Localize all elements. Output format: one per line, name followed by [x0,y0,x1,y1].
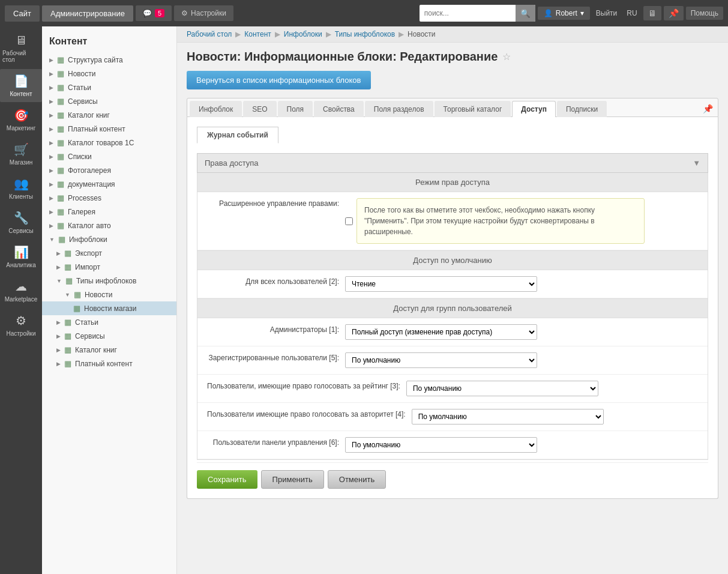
monitor-icon-button[interactable]: 🖥 [643,6,661,20]
arrow-icon: ▶ [56,347,61,353]
nav-item-shop[interactable]: 🛒 Магазин [0,137,42,171]
tab-access[interactable]: Доступ [512,101,556,117]
logout-button[interactable]: Выйти [592,9,621,17]
authority-voters-select[interactable]: По умолчанию Нет доступа Чтение Запись П… [412,409,604,424]
sidebar-item-catalog-books[interactable]: ▶ ▦ Каталог книг [42,108,176,122]
pin-icon[interactable]: 📌 [700,101,715,116]
tab-infoblock[interactable]: Инфоблок [190,101,242,117]
language-selector[interactable]: RU [623,9,640,17]
nav-item-content[interactable]: 📄 Контент [0,69,42,102]
sidebar-item-catalog-1c[interactable]: ▶ ▦ Каталог товаров 1С [42,136,176,150]
registered-users-select[interactable]: По умолчанию Нет доступа Чтение Запись П… [345,352,537,368]
arrow-icon: ▶ [49,57,53,63]
sidebar-item-articles[interactable]: ▶ ▦ Статьи [42,80,176,94]
icon-nav: 🖥 Рабочий стол 📄 Контент 🎯 Маркетинг 🛒 М… [0,26,42,574]
sidebar-label: Статьи [68,83,91,92]
apply-button[interactable]: Применить [261,470,324,489]
nav-item-settings[interactable]: ⚙ Настройки [0,309,42,342]
arrow-icon: ▶ [49,168,53,174]
sidebar-item-photogallery[interactable]: ▶ ▦ Фотогалерея [42,163,176,177]
sep4: ▶ [399,30,404,38]
tab-trade-catalog[interactable]: Торговый каталог [435,101,511,117]
settings-tab[interactable]: ⚙ Настройки [174,5,233,21]
arrow-down-icon: ▼ [56,278,62,284]
sidebar-item-structure[interactable]: ▶ ▦ Структура сайта [42,53,176,67]
doc-icon: ▦ [73,304,80,313]
sidebar-label: Processes [68,194,101,202]
sidebar-item-news[interactable]: ▶ ▦ Новости [42,67,176,80]
back-button[interactable]: Вернуться в список информационных блоков [187,71,371,89]
rating-voters-select[interactable]: По умолчанию Нет доступа Чтение Запись П… [406,381,598,396]
breadcrumb: Рабочий стол ▶ Контент ▶ Инфоблоки ▶ Тип… [177,26,728,43]
content-area: Рабочий стол ▶ Контент ▶ Инфоблоки ▶ Тип… [177,26,728,574]
user-icon: 👤 [544,9,553,17]
panel-users-select[interactable]: По умолчанию Нет доступа Чтение Запись П… [345,437,537,453]
nav-item-marketplace[interactable]: ☁ Marketplace [0,274,42,307]
sidebar-label: Сервисы [68,97,98,106]
nav-item-desktop[interactable]: 🖥 Рабочий стол [0,29,42,68]
authority-voters-row: Пользователи имеющие право голосовать за… [197,403,708,431]
nav-item-marketing[interactable]: 🎯 Маркетинг [0,103,42,136]
cancel-button[interactable]: Отменить [328,470,386,489]
save-button[interactable]: Сохранить [197,470,257,489]
sidebar-item-paid-content[interactable]: ▶ ▦ Платный контент [42,122,176,136]
sidebar-label: Галерея [68,208,95,216]
search-button[interactable]: 🔍 [516,5,535,22]
sidebar-item-docs[interactable]: ▶ ▦ документация [42,177,176,191]
sidebar-item-news-type[interactable]: ▼ ▦ Новости [42,288,176,301]
admin-button[interactable]: Администрирование [42,5,133,22]
sidebar-item-processes[interactable]: ▶ ▦ Processes [42,191,176,205]
sidebar-label: Платный контент [68,125,125,133]
all-users-select[interactable]: Нет доступа Чтение Запись Полный доступ [345,276,537,292]
sidebar-item-catalogbooks2[interactable]: ▶ ▦ Каталог книг [42,343,176,357]
nav-item-clients[interactable]: 👥 Клиенты [0,172,42,205]
breadcrumb-infoblocks[interactable]: Инфоблоки [284,30,322,38]
sidebar-item-paidcontent2[interactable]: ▶ ▦ Платный контент [42,357,176,370]
sub-tab-event-log[interactable]: Журнал событий [197,127,278,144]
list-icon: ▦ [64,331,71,340]
help-button[interactable]: Помощь [686,7,723,20]
sidebar-item-export[interactable]: ▶ ▦ Экспорт [42,246,176,260]
favorite-star-icon[interactable]: ☆ [502,51,511,62]
advanced-rights-checkbox[interactable] [345,217,353,225]
sidebar-label: Сервисы [75,332,105,340]
chat-icon: 💬 [143,9,152,17]
admins-select[interactable]: Полный доступ (изменение прав доступа) П… [345,324,537,340]
sidebar-item-services[interactable]: ▶ ▦ Сервисы [42,94,176,108]
sidebar-item-services2[interactable]: ▶ ▦ Сервисы [42,329,176,343]
nav-item-analytics[interactable]: 📊 Аналитика [0,240,42,273]
sidebar-label: Инфоблоки [69,235,107,244]
pin-icon-button[interactable]: 📌 [664,6,684,20]
sidebar-item-lists[interactable]: ▶ ▦ Списки [42,150,176,163]
nav-item-services[interactable]: 🔧 Сервисы [0,206,42,239]
collapse-icon[interactable]: ▼ [693,159,700,168]
sidebar-item-infoblocks[interactable]: ▼ ▦ Инфоблоки [42,232,176,246]
sidebar-item-gallery[interactable]: ▶ ▦ Галерея [42,205,176,219]
notifications-tab[interactable]: 💬 5 [136,5,172,21]
list-icon: ▦ [57,180,64,189]
arrow-icon: ▶ [49,154,53,160]
sidebar-item-news-shop[interactable]: ▦ Новости магази [42,301,176,315]
arrow-icon: ▶ [56,333,61,339]
site-button[interactable]: Сайт [5,5,40,22]
breadcrumb-types[interactable]: Типы инфоблоков [335,30,395,38]
marketplace-icon: ☁ [15,279,27,294]
sidebar-item-catalog-auto[interactable]: ▶ ▦ Каталог авто [42,219,176,232]
registered-users-row: Зарегистрированные пользователи [5]: По … [197,346,708,375]
sidebar-item-infoblocktypes[interactable]: ▼ ▦ Типы инфоблоков [42,274,176,288]
nav-label-marketing: Маркетинг [7,125,36,131]
tab-section-fields[interactable]: Поля разделов [365,101,433,117]
breadcrumb-content[interactable]: Контент [244,30,271,38]
tab-subscriptions[interactable]: Подписки [557,101,607,117]
sidebar-item-articles2[interactable]: ▶ ▦ Статьи [42,315,176,329]
user-menu[interactable]: 👤 Robert ▾ [538,7,590,20]
breadcrumb-desktop[interactable]: Рабочий стол [187,30,232,38]
nav-label-settings: Настройки [6,330,35,337]
shop-icon: 🛒 [14,142,29,157]
tab-fields[interactable]: Поля [278,101,313,117]
admins-label: Администраторы [1]: [207,324,339,334]
tab-seo[interactable]: SEO [243,101,276,117]
tab-properties[interactable]: Свойства [314,101,364,117]
sidebar-item-import[interactable]: ▶ ▦ Импорт [42,260,176,274]
search-input[interactable] [420,9,516,17]
